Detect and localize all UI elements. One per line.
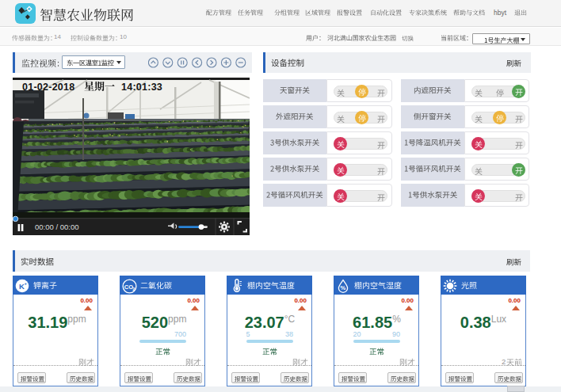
svg-text:%: % — [340, 284, 345, 291]
svg-text:14:01:33: 14:01:33 — [121, 82, 162, 93]
svg-text:00:00 / 00:00: 00:00 / 00:00 — [35, 223, 78, 231]
svg-text:+: + — [25, 281, 28, 286]
svg-text:01-02-2018: 01-02-2018 — [22, 82, 74, 93]
svg-text:2: 2 — [132, 287, 135, 291]
